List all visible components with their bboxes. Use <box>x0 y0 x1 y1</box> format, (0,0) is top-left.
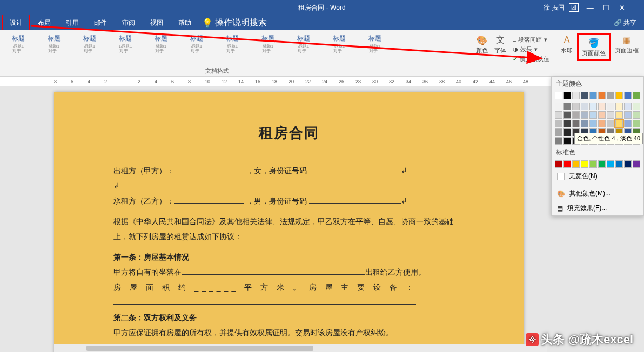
style-sub: 标题1对于... <box>251 44 285 54</box>
color-swatch[interactable] <box>581 160 588 168</box>
color-swatch[interactable] <box>581 120 588 127</box>
paragraph-spacing-button[interactable]: ≡段落间距 ▾ <box>513 36 549 44</box>
close-button[interactable]: ✕ <box>615 4 629 12</box>
style-thumb[interactable]: 标题标题1对于... <box>322 32 357 63</box>
maximize-button[interactable]: ☐ <box>599 4 613 12</box>
color-swatch[interactable] <box>607 111 614 119</box>
color-swatch[interactable] <box>572 120 580 127</box>
color-swatch[interactable] <box>555 103 562 110</box>
color-swatch[interactable] <box>624 103 632 110</box>
color-swatch[interactable] <box>615 92 623 99</box>
color-swatch[interactable] <box>607 103 614 110</box>
no-color-option[interactable]: 无颜色(N) <box>552 169 643 184</box>
horizontal-ruler[interactable]: 8642246810121416182022242628303234363840… <box>0 77 644 86</box>
page-borders-button[interactable]: ▦ 页面边框 <box>613 33 641 56</box>
color-swatch[interactable] <box>615 103 623 110</box>
color-swatch[interactable] <box>589 103 597 110</box>
tab-help[interactable]: 帮助 <box>171 14 199 32</box>
color-swatch[interactable] <box>598 111 606 119</box>
spacing-label: 段落间距 <box>518 36 542 44</box>
horizontal-scrollbar[interactable] <box>54 344 547 352</box>
color-swatch[interactable] <box>633 92 640 99</box>
document-page[interactable]: 租房合同 出租方（甲方）： ，女，身份证号码 ↲ ↲ 承租方（乙方）： ，男，身… <box>54 92 524 352</box>
color-swatch[interactable] <box>624 111 632 119</box>
colors-button[interactable]: 🎨 颜色 <box>474 33 490 56</box>
color-swatch[interactable] <box>589 160 597 168</box>
color-swatch[interactable] <box>564 103 571 110</box>
color-swatch[interactable] <box>633 160 640 168</box>
doc-paragraph: 根据《中华人民共和国合同法》及其他相关法律、法规规定，甲乙双方在平等、自愿、协商… <box>113 214 465 244</box>
color-swatch[interactable] <box>633 111 640 119</box>
color-swatch[interactable] <box>607 92 614 99</box>
minimize-button[interactable]: — <box>583 4 597 12</box>
more-colors-option[interactable]: 🎨其他颜色(M)... <box>552 186 643 201</box>
color-swatch[interactable] <box>555 120 562 127</box>
color-swatch[interactable] <box>589 111 597 119</box>
color-swatch[interactable] <box>555 160 562 168</box>
color-swatch[interactable] <box>624 92 632 99</box>
tab-layout[interactable]: 布局 <box>30 14 58 32</box>
style-thumb[interactable]: 标题标题1对于... <box>37 32 71 63</box>
set-default-button[interactable]: ✔设为默认值 <box>513 55 549 63</box>
color-swatch[interactable] <box>615 160 623 168</box>
color-swatch[interactable] <box>564 92 571 99</box>
effects-button[interactable]: ◑效果 ▾ <box>513 45 549 53</box>
style-thumb[interactable]: 标题标题1对于... <box>358 32 392 63</box>
document-formatting-gallery[interactable]: 标题标题1对于... 标题标题1对于... 标题标题1对于... 标题1标题1对… <box>0 30 471 76</box>
color-swatch[interactable] <box>555 92 562 99</box>
style-thumb[interactable]: 标题标题1对于... <box>215 32 250 63</box>
user-name: 徐 振国 <box>544 3 565 12</box>
color-swatch[interactable] <box>572 160 580 168</box>
tab-view[interactable]: 视图 <box>143 14 171 32</box>
scrollbar-thumb[interactable] <box>86 346 313 351</box>
watermark-button[interactable]: A 水印 <box>559 33 575 56</box>
color-swatch[interactable] <box>564 160 571 168</box>
page-color-button[interactable]: 🪣 页面颜色 <box>580 36 608 58</box>
tell-me[interactable]: 💡 操作说明搜索 <box>202 17 267 29</box>
color-swatch[interactable] <box>633 103 640 110</box>
tab-references[interactable]: 引用 <box>58 14 86 32</box>
style-thumb[interactable]: 标题标题1对于... <box>1 32 36 63</box>
color-swatch[interactable] <box>572 103 580 110</box>
color-swatch[interactable] <box>555 128 562 136</box>
color-swatch[interactable] <box>572 111 580 119</box>
style-thumb[interactable]: 标题标题1对于... <box>144 32 178 63</box>
style-thumb[interactable]: 标题标题1对于... <box>72 32 107 63</box>
color-swatch[interactable] <box>598 103 606 110</box>
color-swatch[interactable] <box>615 111 623 119</box>
color-swatch[interactable] <box>564 111 571 119</box>
color-swatch[interactable] <box>589 120 597 127</box>
color-swatch[interactable] <box>564 128 571 136</box>
color-swatch[interactable] <box>607 120 614 127</box>
color-swatch[interactable] <box>624 120 632 127</box>
fill-effects-option[interactable]: ▤填充效果(F)... <box>552 201 643 215</box>
style-thumb[interactable]: 标题标题1对于... <box>251 32 285 63</box>
color-swatch[interactable] <box>555 111 562 119</box>
tab-review[interactable]: 审阅 <box>115 14 143 32</box>
style-thumb[interactable]: 标题标题1对于... <box>286 32 321 63</box>
color-swatch[interactable] <box>581 92 588 99</box>
color-swatch[interactable] <box>581 111 588 119</box>
color-swatch[interactable] <box>572 92 580 99</box>
style-thumb[interactable]: 标题标题1对于... <box>179 32 214 63</box>
fonts-button[interactable]: 文 字体 <box>492 33 508 56</box>
ribbon-display-icon[interactable]: 团 <box>569 3 579 12</box>
color-swatch[interactable] <box>598 160 606 168</box>
color-swatch[interactable] <box>564 120 571 127</box>
share-button[interactable]: 🔗 共享 <box>614 18 642 28</box>
color-swatch[interactable] <box>624 160 632 168</box>
tab-design[interactable]: 设计 <box>2 14 30 32</box>
color-swatch[interactable] <box>581 103 588 110</box>
color-swatch[interactable] <box>555 137 562 145</box>
color-swatch[interactable] <box>589 92 597 99</box>
color-swatch[interactable] <box>598 92 606 99</box>
document-area[interactable]: 租房合同 出租方（甲方）： ，女，身份证号码 ↲ ↲ 承租方（乙方）： ，男，身… <box>0 86 644 352</box>
page-color-label: 页面颜色 <box>582 49 606 57</box>
style-thumb[interactable]: 标题1标题1对于... <box>108 32 143 63</box>
color-swatch[interactable] <box>598 120 606 127</box>
color-swatch[interactable] <box>607 160 614 168</box>
color-swatch[interactable] <box>633 120 640 127</box>
tab-mailings[interactable]: 邮件 <box>86 14 115 32</box>
color-swatch[interactable] <box>615 120 623 127</box>
color-swatch[interactable] <box>564 137 571 145</box>
